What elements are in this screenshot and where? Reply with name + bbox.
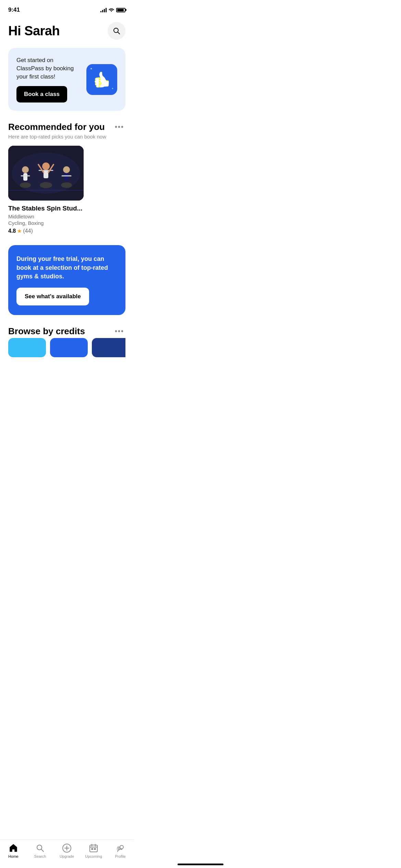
browse-credits-header: Browse by credits ••• <box>8 326 125 337</box>
promo-card: Get started on ClassPass by booking your… <box>8 48 125 111</box>
recommended-subtitle: Here are top-rated picks you can book no… <box>8 134 125 140</box>
status-time: 9:41 <box>8 7 20 13</box>
recommended-more-button[interactable]: ••• <box>113 122 125 132</box>
search-button[interactable] <box>108 22 125 40</box>
browse-credits-more-button[interactable]: ••• <box>113 326 125 337</box>
browse-credits-section: Browse by credits ••• <box>8 326 125 363</box>
svg-point-12 <box>40 182 52 188</box>
studio-type: Cycling, Boxing <box>8 220 125 226</box>
svg-point-7 <box>42 162 50 170</box>
trial-banner-text: During your free trial, you can book at … <box>16 255 117 281</box>
greeting-text: Hi Sarah <box>8 24 60 38</box>
wifi-icon <box>109 7 114 13</box>
promo-message: Get started on ClassPass by booking your… <box>16 56 81 81</box>
star-icon: ★ <box>17 228 22 234</box>
credits-cards-row <box>8 338 125 363</box>
recommended-section-header: Recommended for you ••• <box>8 122 125 132</box>
recommended-title: Recommended for you <box>8 122 105 132</box>
status-icons <box>100 7 125 13</box>
thumbs-up-icon: 👍 <box>93 71 111 88</box>
svg-rect-4 <box>23 173 27 181</box>
credit-card-1[interactable] <box>8 338 46 357</box>
svg-rect-8 <box>44 170 48 178</box>
studio-rating: 4.8 ★ (44) <box>8 228 125 234</box>
see-available-button[interactable]: See what's available <box>16 288 89 305</box>
browse-credits-title: Browse by credits <box>8 326 85 337</box>
svg-point-16 <box>61 182 72 188</box>
studio-image <box>8 146 84 201</box>
rating-value: 4.8 <box>8 228 16 234</box>
signal-icon <box>100 8 107 12</box>
header-row: Hi Sarah <box>8 22 125 40</box>
svg-point-6 <box>20 182 31 188</box>
classpass-promo-icon: 👍 <box>86 64 117 95</box>
svg-point-3 <box>22 166 29 173</box>
main-content: Hi Sarah Get started on ClassPass by boo… <box>0 15 134 397</box>
studio-card[interactable]: The Stables Spin Stud... Middletown Cycl… <box>8 146 125 234</box>
studio-name: The Stables Spin Stud... <box>8 205 125 212</box>
search-icon <box>113 27 120 35</box>
book-class-button[interactable]: Book a class <box>16 86 67 103</box>
status-bar: 9:41 <box>0 0 134 15</box>
trial-banner: During your free trial, you can book at … <box>8 245 125 315</box>
rating-count: (44) <box>23 228 33 234</box>
credit-card-3[interactable] <box>92 338 125 357</box>
promo-text: Get started on ClassPass by booking your… <box>16 56 81 103</box>
credit-card-2[interactable] <box>50 338 88 357</box>
svg-point-13 <box>63 166 70 173</box>
svg-rect-14 <box>64 173 68 181</box>
studio-location: Middletown <box>8 214 125 219</box>
battery-icon <box>116 8 125 12</box>
